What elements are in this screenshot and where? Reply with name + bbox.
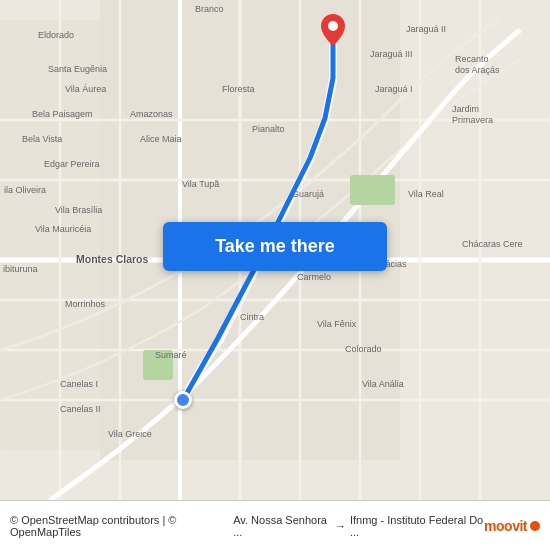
destination-pin xyxy=(321,14,345,50)
svg-text:Bela Paisagem: Bela Paisagem xyxy=(32,109,93,119)
svg-text:Branco: Branco xyxy=(195,4,224,14)
map-container: Branco Eldorado Santa Eugênia Vila Áurea… xyxy=(0,0,550,500)
svg-text:Vila Mauricéia: Vila Mauricéia xyxy=(35,224,91,234)
origin-pin xyxy=(174,391,192,409)
svg-text:Bela Vista: Bela Vista xyxy=(22,134,62,144)
svg-text:Vila Áurea: Vila Áurea xyxy=(65,84,106,94)
svg-text:Canelas I: Canelas I xyxy=(60,379,98,389)
svg-text:Vila Anália: Vila Anália xyxy=(362,379,404,389)
svg-text:Vila Greice: Vila Greice xyxy=(108,429,152,439)
bottom-route: Av. Nossa Senhora ... → Ifnmg - Institut… xyxy=(233,514,484,538)
svg-text:Floresta: Floresta xyxy=(222,84,255,94)
svg-point-59 xyxy=(328,21,338,31)
svg-text:Santa Eugênia: Santa Eugênia xyxy=(48,64,107,74)
svg-text:Primavera: Primavera xyxy=(452,115,493,125)
svg-text:Vila Real: Vila Real xyxy=(408,189,444,199)
take-me-there-button[interactable]: Take me there xyxy=(163,222,387,271)
svg-text:Guarujá: Guarujá xyxy=(292,189,324,199)
bottom-left: © OpenStreetMap contributors | © OpenMap… xyxy=(10,514,233,538)
origin-label: Av. Nossa Senhora ... xyxy=(233,514,331,538)
bottom-bar: © OpenStreetMap contributors | © OpenMap… xyxy=(0,500,550,550)
svg-text:Edgar Pereira: Edgar Pereira xyxy=(44,159,100,169)
svg-text:Colorado: Colorado xyxy=(345,344,382,354)
svg-text:Morrinhos: Morrinhos xyxy=(65,299,106,309)
svg-text:ila Oliveira: ila Oliveira xyxy=(4,185,46,195)
moovit-logo: moovit xyxy=(484,518,540,534)
route-arrow: → xyxy=(335,520,346,532)
svg-text:Vila Tupã: Vila Tupã xyxy=(182,179,219,189)
svg-text:Jaraguá III: Jaraguá III xyxy=(370,49,413,59)
svg-text:Jardim: Jardim xyxy=(452,104,479,114)
svg-rect-19 xyxy=(350,175,395,205)
svg-text:Jaraguá II: Jaraguá II xyxy=(406,24,446,34)
svg-text:Vila Brasília: Vila Brasília xyxy=(55,205,102,215)
svg-text:Pianalto: Pianalto xyxy=(252,124,285,134)
svg-text:Chácaras Cere: Chácaras Cere xyxy=(462,239,523,249)
attribution-text: © OpenStreetMap contributors | © OpenMap… xyxy=(10,514,233,538)
svg-text:Carmelo: Carmelo xyxy=(297,272,331,282)
moovit-dot-icon xyxy=(530,521,540,531)
svg-text:Sumaré: Sumaré xyxy=(155,350,187,360)
svg-text:Jaraguá I: Jaraguá I xyxy=(375,84,413,94)
svg-text:dos Araçás: dos Araçás xyxy=(455,65,500,75)
svg-text:Cintra: Cintra xyxy=(240,312,264,322)
svg-text:Amazonas: Amazonas xyxy=(130,109,173,119)
svg-text:Vila Fênix: Vila Fênix xyxy=(317,319,357,329)
svg-text:Alice Maia: Alice Maia xyxy=(140,134,182,144)
svg-text:Eldorado: Eldorado xyxy=(38,30,74,40)
svg-text:Montes Claros: Montes Claros xyxy=(76,253,149,265)
svg-text:Recanto: Recanto xyxy=(455,54,489,64)
moovit-text: moovit xyxy=(484,518,527,534)
svg-text:ibituruna: ibituruna xyxy=(3,264,38,274)
dest-label: Ifnmg - Instituto Federal Do ... xyxy=(350,514,484,538)
svg-text:Canelas II: Canelas II xyxy=(60,404,101,414)
